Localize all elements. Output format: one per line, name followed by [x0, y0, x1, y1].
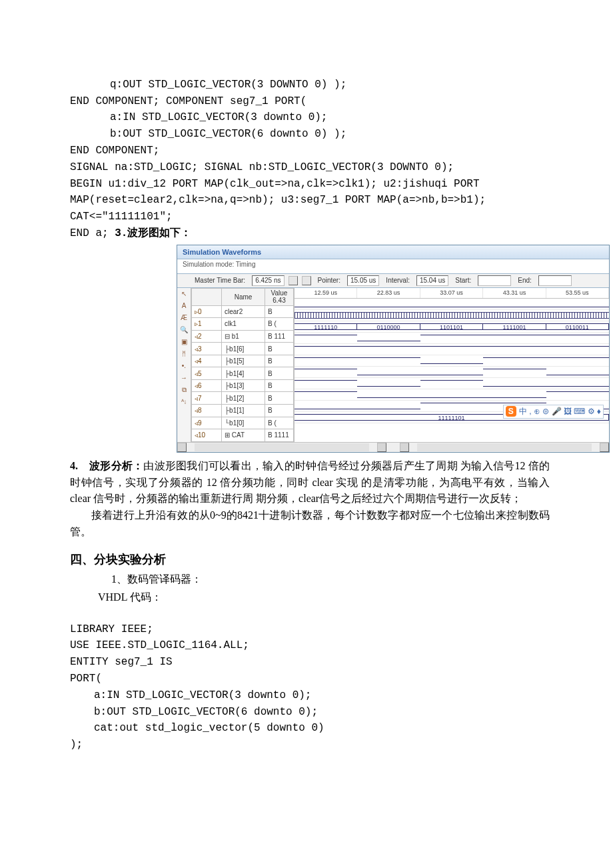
code-line: CAT<="11111101"; — [70, 211, 173, 223]
code-line: b:OUT STD_LOGIC_VECTOR(6 downto 0) ); — [70, 126, 550, 143]
waveform-toolbar: Master Time Bar: 6.425 ns Pointer: 15.05… — [177, 273, 609, 288]
wave-b1-4 — [295, 355, 609, 367]
step-right-button[interactable] — [302, 276, 311, 285]
code-line: q:OUT STD_LOGIC_VECTOR(3 DOWNTO 0) ); — [70, 77, 550, 93]
code-line: cat:out std_logic_vector(5 downto 0) — [70, 720, 550, 737]
waveform-body: ↖ A Æ 🔍 ▣ ᛗ •. → ⧉ ᴬ↓ Name Value 6.43 — [177, 288, 609, 442]
scroll-left-button[interactable] — [177, 443, 187, 452]
interval-label: Interval: — [383, 277, 412, 284]
cursor-icon[interactable]: ↖ — [181, 289, 187, 299]
window-subtitle: Simulation mode: Timing — [177, 259, 609, 273]
arrow-right-icon[interactable]: → — [181, 373, 187, 383]
ime-toolbar[interactable]: S 中 , ⊕ ⊜ 🎤 🖼 ⌨ ⚙ ♦ — [503, 405, 604, 419]
code-line: a:IN STD_LOGIC_VECTOR(3 downto 0); — [70, 687, 550, 704]
time-tick: 43.31 us — [483, 288, 546, 298]
tool-palette[interactable]: ↖ A Æ 🔍 ▣ ᛗ •. → ⧉ ᴬ↓ — [177, 288, 191, 442]
subsection-1-heading: 1、数码管译码器： — [111, 573, 550, 587]
code-block-top: q:OUT STD_LOGIC_VECTOR(3 DOWNTO 0) );END… — [70, 60, 550, 242]
col-name: Name — [222, 288, 265, 305]
section-4-heading: 四、分块实验分析 — [70, 551, 550, 567]
wave-clk1 — [295, 310, 609, 321]
table-row[interactable]: ◃10⊞ CATB 1111 — [192, 429, 294, 442]
db-icon[interactable]: ᛗ — [182, 349, 186, 359]
table-row[interactable]: ◃2⊟ b1B 111 — [192, 330, 294, 343]
scroll-right-button[interactable] — [377, 443, 386, 452]
scroll-track[interactable] — [417, 443, 592, 451]
col-value: Value 6.43 — [265, 288, 294, 305]
time-tick: 22.83 us — [357, 288, 420, 298]
scroll-right-button[interactable] — [600, 443, 609, 452]
group-icon[interactable]: ⧉ — [182, 385, 187, 395]
time-tick: 12.59 us — [295, 288, 357, 298]
wave-figure-heading: 3.波形图如下： — [115, 227, 191, 239]
end-field[interactable] — [538, 275, 572, 286]
table-row[interactable]: ◃5├b1[4]B — [192, 367, 294, 380]
pointer-label: Pointer: — [315, 277, 343, 284]
analysis-heading: 波形分析： — [89, 460, 143, 471]
start-label: Start: — [452, 277, 474, 284]
table-row[interactable]: ◃6├b1[3]B — [192, 379, 294, 392]
end-label: End: — [515, 277, 534, 284]
table-row[interactable]: ◃7├b1[2]B — [192, 392, 294, 405]
interval-field[interactable]: 15.04 us — [416, 275, 448, 286]
table-row[interactable]: ▹1clk1B ( — [192, 318, 294, 331]
table-row[interactable]: ▹0clear2B — [192, 305, 294, 318]
document-page: q:OUT STD_LOGIC_VECTOR(3 DOWNTO 0) );END… — [0, 0, 613, 820]
time-tick: 33.07 us — [420, 288, 483, 298]
collapse-icon[interactable]: ▣ — [181, 337, 187, 347]
code-block-seg7: LIBRARY IEEE; USE IEEE.STD_LOGIC_1164.AL… — [70, 605, 550, 753]
simulation-figure: Simulation Waveforms Simulation mode: Ti… — [177, 245, 610, 453]
wave-b1-6 — [295, 333, 609, 344]
signal-table: Name Value 6.43 ▹0clear2B ▹1clk1B ( ◃2⊟ … — [191, 288, 294, 442]
wave-b1-2 — [295, 378, 609, 389]
code-line: ENTITY seg7_1 IS — [70, 656, 173, 668]
text-a-icon[interactable]: A — [182, 301, 187, 311]
start-field[interactable] — [478, 275, 511, 286]
sogou-logo-icon: S — [506, 406, 516, 417]
code-line: b:OUT STD_LOGIC_VECTOR(6 downto 0); — [70, 704, 550, 721]
time-tick: 53.55 us — [546, 288, 609, 298]
item-number: 4. — [70, 460, 78, 471]
simulation-window: Simulation Waveforms Simulation mode: Ti… — [177, 245, 610, 453]
code-line: END COMPONENT; — [70, 145, 159, 157]
window-title: Simulation Waveforms — [177, 245, 609, 259]
table-row[interactable]: ◃3├b1[6]B — [192, 343, 294, 355]
code-line: PORT( — [70, 673, 102, 685]
scroll-track[interactable] — [195, 443, 369, 451]
table-row[interactable]: ◃8├b1[1]B — [192, 405, 294, 417]
step-left-button[interactable] — [289, 276, 298, 285]
expand-plus-icon[interactable]: ⊞ — [225, 431, 232, 439]
code-line: BEGIN u1:div_12 PORT MAP(clk_out=>na,clk… — [70, 178, 480, 190]
table-row[interactable]: ◃4├b1[5]B — [192, 355, 294, 367]
code-line: SIGNAL na:STD_LOGIC; SIGNAL nb:STD_LOGIC… — [70, 161, 454, 173]
analysis-paragraph: 4. 波形分析：由波形图我们可以看出，输入的时钟信号经过分频器后产生了周期 为输… — [70, 458, 550, 507]
time-ruler: 12.59 us 22.83 us 33.07 us 43.31 us 53.5… — [295, 288, 609, 299]
ime-items[interactable]: 中 , ⊕ ⊜ 🎤 🖼 ⌨ ⚙ ♦ — [519, 406, 601, 417]
code-line: MAP(reset=clear2,clk=>na,q=>nb); u3:seg7… — [70, 194, 486, 206]
pointer-field[interactable]: 15.05 us — [347, 275, 379, 286]
code-line: a:IN STD_LOGIC_VECTOR(3 downto 0); — [70, 109, 550, 126]
wave-clear2 — [295, 299, 609, 310]
h-scrollbar[interactable] — [177, 442, 609, 452]
vhdl-code-label: VHDL 代码： — [98, 591, 550, 605]
code-line: LIBRARY IEEE; — [70, 623, 153, 635]
table-row[interactable]: ◃9└b1[0]B ( — [192, 417, 294, 429]
zoom-icon[interactable]: 🔍 — [180, 325, 188, 335]
code-line: ); — [70, 739, 83, 751]
wave-b1-1 — [295, 389, 609, 401]
ae-icon[interactable]: Æ — [181, 313, 187, 323]
wave-b1-5 — [295, 344, 609, 355]
dot-icon[interactable]: •. — [182, 361, 186, 371]
code-line: USE IEEE.STD_LOGIC_1164.ALL; — [70, 639, 249, 651]
code-line: END a; 3.波形图如下： — [70, 227, 191, 239]
sort-icon[interactable]: ᴬ↓ — [181, 397, 187, 407]
table-header-row: Name Value 6.43 — [192, 288, 294, 305]
wave-b1-bus: 1111110 0110000 1101101 1111001 0110011 — [295, 321, 609, 333]
analysis-text-2: 接着进行上升沿有效的从0~9的8421十进制计数器，每个计数数字都对应一个七位输… — [70, 507, 550, 541]
waveform-canvas[interactable]: 12.59 us 22.83 us 33.07 us 43.31 us 53.5… — [294, 288, 609, 442]
scroll-left-button[interactable] — [400, 443, 409, 452]
code-line: END COMPONENT; COMPONENT seg7_1 PORT( — [70, 95, 306, 107]
expand-minus-icon[interactable]: ⊟ — [225, 333, 232, 340]
wave-b1-3 — [295, 367, 609, 378]
master-time-field[interactable]: 6.425 ns — [252, 275, 284, 286]
